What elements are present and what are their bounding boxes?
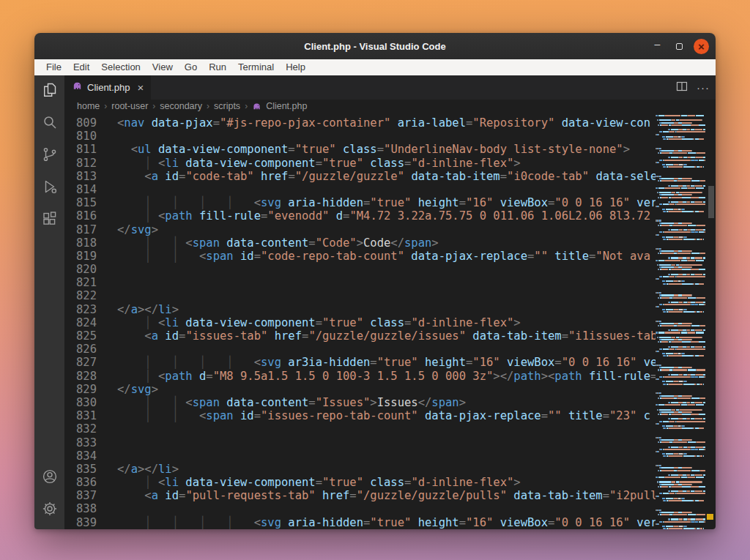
line-number[interactable]: 831: [64, 409, 97, 422]
menu-item-go[interactable]: Go: [179, 59, 203, 75]
line-number[interactable]: 827: [64, 356, 97, 369]
line-number[interactable]: 822: [64, 289, 97, 302]
code-line[interactable]: 825 <a id="issues-tab" href="/guzzle/guz…: [64, 329, 656, 343]
code-line[interactable]: 835</a></li>: [64, 463, 656, 476]
code-line[interactable]: 838: [64, 502, 656, 515]
line-number[interactable]: 821: [64, 276, 97, 289]
code-line[interactable]: 826: [64, 343, 656, 356]
code-line[interactable]: 831 │ │ <span id="issues-repo-tab-count"…: [64, 409, 656, 422]
line-number[interactable]: 818: [64, 236, 97, 250]
sidebar-item-source-control[interactable]: [34, 140, 64, 172]
line-number[interactable]: 819: [64, 250, 97, 263]
titlebar[interactable]: Client.php - Visual Studio Code – ×: [34, 33, 716, 59]
line-number[interactable]: 810: [64, 130, 97, 143]
code-line[interactable]: 812 │ <li data-view-component="true" cla…: [64, 157, 656, 170]
line-number[interactable]: 830: [64, 396, 97, 409]
line-number[interactable]: 815: [64, 196, 97, 209]
code-line[interactable]: 822: [64, 289, 656, 302]
line-number[interactable]: 813: [64, 170, 97, 183]
line-number[interactable]: 825: [64, 329, 97, 343]
line-number[interactable]: 826: [64, 343, 97, 356]
overview-ruler-marker: [707, 514, 713, 520]
code-line[interactable]: 836 │ <li data-view-component="true" cla…: [64, 476, 656, 489]
code-line[interactable]: 837 <a id="pull-requests-tab" href="/guz…: [64, 489, 656, 502]
code-line[interactable]: 820: [64, 263, 656, 276]
line-number[interactable]: 837: [64, 489, 97, 502]
code-line[interactable]: 821: [64, 276, 656, 289]
menu-item-file[interactable]: File: [40, 59, 67, 75]
line-number[interactable]: 817: [64, 223, 97, 236]
line-number[interactable]: 812: [64, 157, 97, 170]
breadcrumb-item-root-user[interactable]: root-user: [111, 101, 148, 111]
code-text: </a></li>: [117, 303, 179, 316]
line-number[interactable]: 820: [64, 263, 97, 276]
scrollbar-thumb[interactable]: [708, 186, 714, 218]
activity-bar-bottom: [34, 462, 64, 526]
code-line[interactable]: 830 │ │ <span data-content="Issues">Issu…: [64, 396, 656, 409]
line-number[interactable]: 839: [64, 516, 97, 529]
code-line[interactable]: 818 │ │ <span data-content="Code">Code</…: [64, 236, 656, 250]
breadcrumb-item-client-php[interactable]: Client.php: [266, 101, 307, 111]
line-number[interactable]: 829: [64, 383, 97, 396]
tab-close-icon[interactable]: ×: [138, 81, 144, 94]
code-line[interactable]: 817</svg>: [64, 223, 656, 236]
tab-client-php[interactable]: Client.php ×: [64, 75, 151, 100]
line-number[interactable]: 835: [64, 463, 97, 476]
minimap[interactable]: [656, 113, 707, 529]
code-line[interactable]: 810: [64, 130, 656, 143]
line-number[interactable]: 838: [64, 502, 97, 515]
code-line[interactable]: 814: [64, 183, 656, 196]
editor[interactable]: 809<nav data-pjax="#js-repo-pjax-contain…: [64, 113, 716, 529]
sidebar-item-search[interactable]: [34, 108, 64, 140]
maximize-icon: [676, 43, 683, 50]
line-number[interactable]: 834: [64, 449, 97, 463]
breadcrumb-item-secondary[interactable]: secondary: [160, 101, 202, 111]
line-number[interactable]: 836: [64, 476, 97, 489]
close-button[interactable]: ×: [694, 39, 709, 54]
more-actions-icon[interactable]: ···: [697, 81, 710, 94]
code-line[interactable]: 819 │ │ <span id="code-repo-tab-count" d…: [64, 250, 656, 263]
code-line[interactable]: 811 <ul data-view-component="true" class…: [64, 143, 656, 156]
line-number[interactable]: 833: [64, 436, 97, 449]
minimize-button[interactable]: –: [650, 39, 665, 54]
code-line[interactable]: 813 <a id="code-tab" href="/guzzle/guzzl…: [64, 170, 656, 183]
breadcrumb-item-scripts[interactable]: scripts: [214, 101, 240, 111]
settings-gear-icon: [41, 500, 59, 520]
menu-item-selection[interactable]: Selection: [95, 59, 146, 75]
code-text: │ │ │ │ <svg aria-hidden="true" height="…: [117, 516, 656, 529]
menu-item-help[interactable]: Help: [280, 59, 311, 75]
line-number[interactable]: 828: [64, 370, 97, 383]
code-line[interactable]: 827 │ │ │ │ <svg ar3ia-hidden="true" hei…: [64, 356, 656, 369]
sidebar-item-explorer[interactable]: [34, 75, 64, 108]
line-number[interactable]: 816: [64, 209, 97, 223]
account-button[interactable]: [34, 462, 64, 494]
code-line[interactable]: 809<nav data-pjax="#js-repo-pjax-contain…: [64, 116, 656, 130]
breadcrumb-item-home[interactable]: home: [77, 101, 100, 111]
line-number[interactable]: 824: [64, 316, 97, 329]
code-line[interactable]: 832: [64, 422, 656, 436]
code-line[interactable]: 824 │ <li data-view-component="true" cla…: [64, 316, 656, 329]
manage-button[interactable]: [34, 494, 64, 526]
menu-item-view[interactable]: View: [146, 59, 179, 75]
menu-item-run[interactable]: Run: [203, 59, 232, 75]
code-line[interactable]: 834: [64, 449, 656, 463]
sidebar-item-extensions[interactable]: [34, 204, 64, 236]
menu-item-edit[interactable]: Edit: [67, 59, 95, 75]
line-number[interactable]: 823: [64, 303, 97, 316]
line-number[interactable]: 832: [64, 422, 97, 436]
code-line[interactable]: 828 │ <path d="M8 9.5a1.5 1.5 0 100-3 1.…: [64, 370, 656, 383]
code-line[interactable]: 833: [64, 436, 656, 449]
code-line[interactable]: 829</svg>: [64, 383, 656, 396]
code-line[interactable]: 816 │ <path fill-rule="evenodd" d="M4.72…: [64, 209, 656, 223]
code-line[interactable]: 839 │ │ │ │ <svg aria-hidden="true" heig…: [64, 516, 656, 529]
line-number[interactable]: 814: [64, 183, 97, 196]
line-number[interactable]: 811: [64, 143, 97, 156]
split-editor-icon[interactable]: [676, 81, 688, 95]
sidebar-item-run-debug[interactable]: [34, 172, 64, 204]
code-line[interactable]: 823</a></li>: [64, 303, 656, 316]
code-line[interactable]: 815 │ │ │ │ <svg aria-hidden="true" heig…: [64, 196, 656, 209]
line-number[interactable]: 809: [64, 116, 97, 130]
menu-item-terminal[interactable]: Terminal: [232, 59, 280, 75]
maximize-button[interactable]: [672, 39, 687, 54]
breadcrumb: home›root-user›secondary›scripts›Client.…: [64, 100, 716, 113]
